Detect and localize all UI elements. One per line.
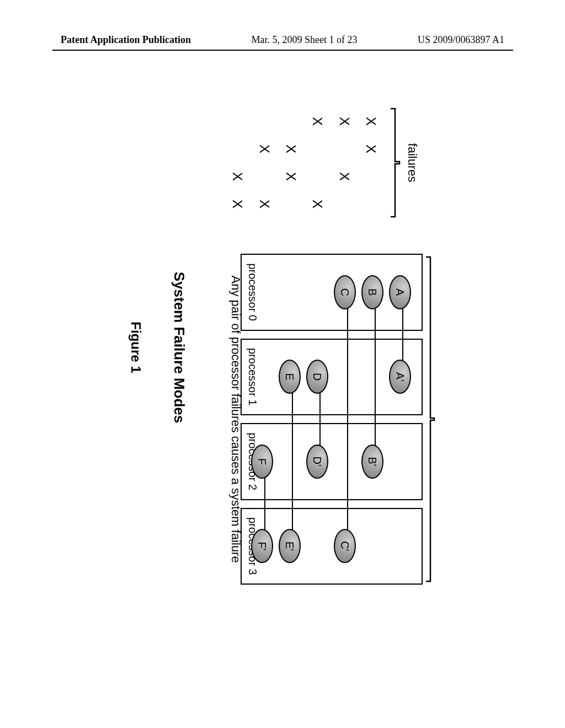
failures-block: failures XXXXXXXXXXXX: [224, 99, 419, 226]
node-slot: [331, 340, 359, 415]
process-node: E': [279, 529, 301, 563]
processor-box: C'E'F'processor 3: [241, 508, 423, 585]
failure-cell: X: [224, 163, 250, 190]
page-header: Patent Application Publication Mar. 5, 2…: [0, 34, 565, 46]
processor-label: processor 1: [246, 348, 259, 406]
processors-bracket-icon: [424, 254, 436, 585]
failure-cell: X: [278, 163, 304, 190]
failure-cell: [358, 190, 384, 218]
failure-cell: [224, 108, 250, 135]
failure-cell: [224, 135, 250, 163]
node-slot: [386, 424, 414, 499]
node-slot: C: [331, 255, 359, 330]
processor-box: ABCprocessor 0: [241, 254, 423, 331]
node-slot: [303, 255, 331, 330]
node-slot: E: [276, 340, 303, 415]
failure-cell: [278, 190, 304, 218]
failure-cell: X: [250, 135, 277, 163]
figure-caption: Any pair of processor failures causes a …: [228, 248, 243, 590]
failures-grid: XXXXXXXXXXXX: [224, 108, 384, 218]
header-center: Mar. 5, 2009 Sheet 1 of 23: [252, 34, 358, 46]
process-node: A: [389, 275, 411, 309]
header-left: Patent Application Publication: [61, 34, 191, 46]
failure-cell: [304, 135, 331, 163]
figure-rotated-container: failures XXXXXXXXXXXX ABCprocessor 0A'DE…: [83, 99, 469, 596]
node-slot: [359, 340, 386, 415]
process-node: A': [389, 360, 411, 394]
process-node: C: [334, 275, 356, 309]
failure-cell: X: [250, 190, 277, 218]
process-node: B: [361, 275, 383, 309]
process-node: F': [251, 529, 273, 563]
failure-cell: X: [358, 135, 384, 163]
node-slot: [359, 509, 386, 584]
failure-cell: X: [331, 163, 357, 190]
node-slot: B: [359, 255, 386, 330]
process-node: D': [306, 445, 328, 479]
processor-box: A'DEprocessor 1: [241, 339, 423, 416]
failure-cell: X: [224, 190, 250, 218]
node-slot: [386, 509, 414, 584]
failure-cell: X: [304, 190, 331, 218]
process-node: E: [279, 360, 301, 394]
process-node: D: [306, 360, 328, 394]
process-node: C': [334, 529, 356, 563]
node-slot: [276, 255, 303, 330]
processors-block: ABCprocessor 0A'DEprocessor 1B'D'Fproces…: [241, 254, 436, 585]
failure-cell: [250, 163, 277, 190]
header-rule: [52, 50, 513, 51]
node-slot: C': [331, 509, 359, 584]
failures-label: failures: [405, 99, 419, 226]
node-slot: B': [359, 424, 386, 499]
node-slot: [331, 424, 359, 499]
header-right: US 2009/0063897 A1: [418, 34, 504, 46]
failure-cell: [304, 163, 331, 190]
node-slot: [303, 509, 331, 584]
node-slot: [276, 424, 303, 499]
failure-cell: X: [304, 108, 331, 135]
failure-cell: [331, 190, 357, 218]
node-slot: D: [303, 340, 331, 415]
figure-title: System Failure Modes: [170, 99, 188, 596]
figure-number: Figure 1: [128, 99, 143, 596]
failure-cell: [250, 108, 277, 135]
node-slot: D': [303, 424, 331, 499]
failure-cell: [358, 163, 384, 190]
failure-cell: [278, 108, 304, 135]
failure-cell: X: [278, 135, 304, 163]
node-slot: A': [386, 340, 414, 415]
node-slot: A: [386, 255, 414, 330]
process-node: B': [361, 445, 383, 479]
failures-bracket-icon: [388, 108, 402, 218]
process-node: F: [251, 445, 273, 479]
processor-box: B'D'Fprocessor 2: [241, 423, 423, 500]
failure-cell: X: [358, 108, 384, 135]
failure-cell: [331, 135, 357, 163]
processor-label: processor 0: [246, 264, 259, 322]
failure-cell: X: [331, 108, 357, 135]
node-slot: E': [276, 509, 303, 584]
processor-row: ABCprocessor 0A'DEprocessor 1B'D'Fproces…: [241, 254, 423, 585]
